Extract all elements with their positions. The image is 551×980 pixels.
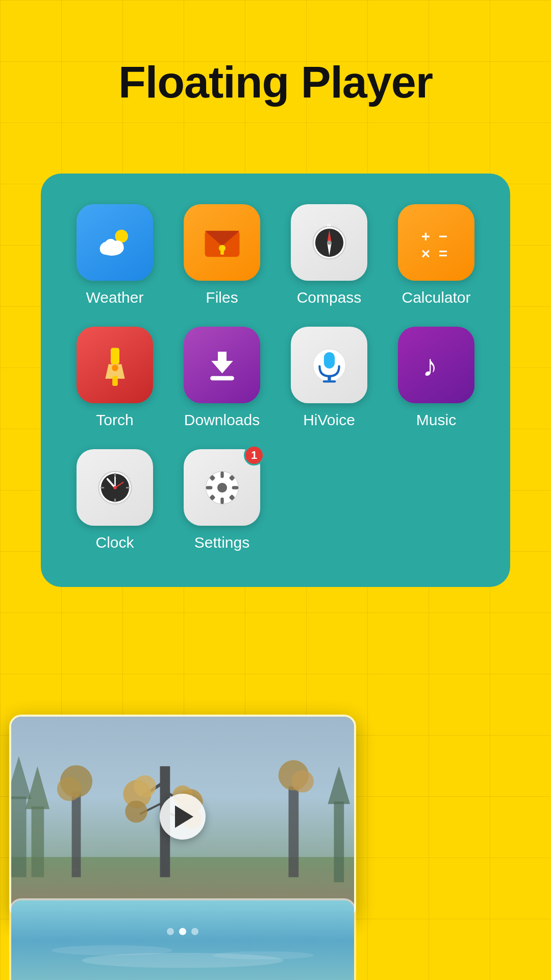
second-video-background bbox=[11, 900, 354, 980]
svg-point-22 bbox=[112, 364, 118, 371]
app-item-hivoice[interactable]: HiVoice bbox=[281, 327, 378, 429]
svg-text:=: = bbox=[438, 245, 447, 262]
svg-text:N: N bbox=[327, 222, 331, 227]
app-item-downloads[interactable]: Downloads bbox=[173, 327, 270, 429]
music-icon: ♪ bbox=[398, 327, 474, 403]
video-background bbox=[11, 717, 354, 917]
page-dot-3 bbox=[191, 928, 198, 935]
files-label: Files bbox=[206, 289, 238, 306]
downloads-label: Downloads bbox=[184, 411, 260, 429]
hivoice-label: HiVoice bbox=[303, 411, 355, 429]
torch-icon bbox=[77, 327, 153, 403]
app-item-music[interactable]: ♪ Music bbox=[388, 327, 485, 429]
app-item-weather[interactable]: Weather bbox=[66, 204, 163, 306]
app-item-compass[interactable]: N Compass bbox=[281, 204, 378, 306]
svg-rect-27 bbox=[328, 376, 331, 380]
compass-icon: N bbox=[291, 204, 367, 281]
svg-rect-8 bbox=[220, 248, 223, 255]
svg-point-35 bbox=[113, 486, 116, 489]
svg-text:+: + bbox=[421, 228, 430, 244]
svg-rect-24 bbox=[210, 376, 234, 380]
svg-rect-36 bbox=[114, 473, 115, 476]
app-icon-wrapper-clock bbox=[77, 449, 153, 526]
calculator-icon: + − × = bbox=[398, 204, 474, 281]
svg-point-79 bbox=[213, 951, 314, 960]
svg-rect-44 bbox=[206, 486, 212, 489]
weather-icon bbox=[77, 204, 153, 281]
files-icon bbox=[184, 204, 260, 281]
svg-rect-37 bbox=[126, 486, 129, 488]
app-item-settings[interactable]: 1 Settings bbox=[173, 449, 270, 551]
app-icon-wrapper-weather bbox=[77, 204, 153, 281]
hivoice-icon bbox=[291, 327, 367, 403]
second-video-player[interactable] bbox=[9, 898, 356, 980]
weather-label: Weather bbox=[86, 289, 144, 306]
settings-label: Settings bbox=[194, 534, 249, 551]
svg-rect-76 bbox=[11, 900, 354, 980]
svg-rect-39 bbox=[100, 486, 104, 488]
svg-rect-19 bbox=[111, 348, 119, 364]
svg-text:−: − bbox=[438, 228, 447, 244]
compass-label: Compass bbox=[297, 289, 362, 306]
svg-marker-23 bbox=[211, 351, 233, 373]
floating-video-player[interactable] bbox=[9, 715, 356, 919]
page-dot-1 bbox=[167, 928, 174, 935]
music-label: Music bbox=[416, 411, 456, 429]
app-icon-wrapper-music: ♪ bbox=[398, 327, 474, 403]
app-item-torch[interactable]: Torch bbox=[66, 327, 163, 429]
clock-icon bbox=[77, 449, 153, 526]
svg-rect-21 bbox=[112, 376, 118, 385]
svg-text:×: × bbox=[421, 245, 430, 262]
svg-point-78 bbox=[52, 945, 172, 955]
app-panel: Weather Files bbox=[41, 174, 510, 587]
app-icon-wrapper-compass: N bbox=[291, 204, 367, 281]
svg-text:♪: ♪ bbox=[422, 348, 437, 382]
svg-point-13 bbox=[327, 240, 332, 245]
svg-rect-38 bbox=[114, 498, 115, 502]
page-indicator bbox=[9, 928, 356, 935]
svg-rect-28 bbox=[322, 380, 336, 382]
app-item-calculator[interactable]: + − × = Calculator bbox=[388, 204, 485, 306]
play-triangle-icon bbox=[175, 805, 193, 828]
clock-label: Clock bbox=[95, 534, 134, 551]
svg-point-4 bbox=[105, 239, 116, 251]
svg-rect-26 bbox=[323, 352, 334, 369]
svg-rect-43 bbox=[220, 497, 223, 504]
svg-point-41 bbox=[216, 482, 227, 493]
app-item-files[interactable]: Files bbox=[173, 204, 270, 306]
app-icon-wrapper-settings: 1 bbox=[184, 449, 260, 526]
svg-rect-45 bbox=[232, 486, 238, 489]
app-icon-wrapper-torch bbox=[77, 327, 153, 403]
app-icon-wrapper-hivoice bbox=[291, 327, 367, 403]
play-button[interactable] bbox=[160, 794, 206, 840]
settings-badge: 1 bbox=[244, 445, 264, 465]
svg-rect-42 bbox=[220, 471, 223, 478]
app-icon-wrapper-files bbox=[184, 204, 260, 281]
torch-label: Torch bbox=[96, 411, 133, 429]
apps-grid: Weather Files bbox=[66, 204, 485, 551]
app-item-clock[interactable]: Clock bbox=[66, 449, 163, 551]
app-icon-wrapper-downloads bbox=[184, 327, 260, 403]
app-icon-wrapper-calculator: + − × = bbox=[398, 204, 474, 281]
calculator-label: Calculator bbox=[402, 289, 470, 306]
page-dot-2 bbox=[179, 928, 186, 935]
downloads-icon bbox=[184, 327, 260, 403]
page-title: Floating Player bbox=[0, 56, 551, 108]
